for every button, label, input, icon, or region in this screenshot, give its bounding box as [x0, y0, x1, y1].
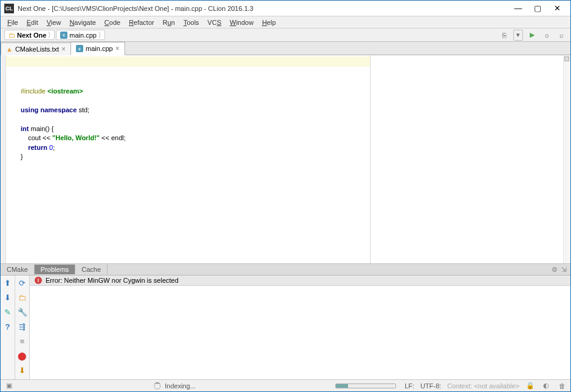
breadcrumb-project[interactable]: 🗀 Next One ⟩: [4, 30, 55, 40]
close-button[interactable]: ✕: [547, 2, 567, 15]
ide-settings-icon[interactable]: ⎘: [499, 30, 510, 41]
refresh-icon[interactable]: ⟳: [18, 278, 27, 288]
menu-code[interactable]: Code: [100, 18, 125, 27]
window-title: Next One - [C:\Users\VMS\ClionProjects\N…: [18, 5, 508, 12]
panel-tab-cmake[interactable]: CMake: [1, 265, 35, 274]
search-icon[interactable]: ⌕: [556, 30, 567, 41]
editor-content: #include <iostream> using namespace std;…: [21, 87, 370, 161]
status-encoding[interactable]: UTF-8:: [420, 382, 441, 390]
status-indexing: Indexing...: [165, 382, 196, 390]
tab-main-cpp[interactable]: c main.cpp ×: [70, 42, 125, 55]
navigation-bar: 🗀 Next One ⟩ c main.cpp ⟩ ⎘ ▾ ▶ ☼ ⌕: [1, 29, 570, 42]
lock-icon[interactable]: 🔒: [525, 381, 535, 391]
menu-help[interactable]: Help: [258, 18, 280, 27]
window: CL Next One - [C:\Users\VMS\ClionProject…: [0, 0, 571, 392]
panel-toolbar-1: ⬆ ⬇ ✎ ?: [1, 275, 15, 379]
editor-right-pane: [371, 55, 563, 263]
folder-icon[interactable]: 🗀: [18, 292, 27, 302]
tab-label: main.cpp: [86, 45, 113, 52]
code-editor[interactable]: #include <iostream> using namespace std;…: [6, 55, 370, 263]
tab-label: CMakeLists.txt: [15, 46, 59, 53]
title-bar: CL Next One - [C:\Users\VMS\ClionProject…: [1, 1, 570, 16]
edit-icon[interactable]: ✎: [3, 307, 13, 317]
run-config-dropdown[interactable]: ▾: [513, 30, 523, 41]
breadcrumb-file[interactable]: c main.cpp ⟩: [56, 30, 105, 40]
editor-area: #include <iostream> using namespace std;…: [1, 55, 570, 264]
trash-icon[interactable]: 🗑: [557, 381, 567, 391]
maximize-button[interactable]: ▢: [528, 2, 547, 15]
error-text: Error: Neither MinGW nor Cygwin is selec…: [46, 277, 179, 284]
panel-tab-problems[interactable]: Problems: [35, 265, 75, 274]
down-icon[interactable]: ⬇: [3, 292, 13, 302]
filter-icon[interactable]: ⇶: [18, 322, 27, 331]
tool-window-tabs: CMake Problems Cache ⚙ ⇲: [1, 264, 570, 275]
spinner-icon: [154, 382, 161, 390]
help-icon[interactable]: ?: [3, 322, 13, 331]
breadcrumb-label: Next One: [17, 32, 46, 39]
panel-tab-cache[interactable]: Cache: [75, 265, 108, 274]
nav-toolbar: ⎘ ▾ ▶ ☼ ⌕: [499, 30, 567, 41]
breadcrumb-label: main.cpp: [69, 32, 97, 39]
menu-run[interactable]: Run: [159, 18, 179, 27]
folder-icon: 🗀: [9, 32, 15, 39]
panel-content: ! Error: Neither MinGW nor Cygwin is sel…: [30, 275, 570, 379]
debug-button[interactable]: ☼: [541, 30, 552, 41]
menu-tools[interactable]: Tools: [179, 18, 203, 27]
download-icon[interactable]: ⬇: [18, 365, 27, 375]
inspect-icon[interactable]: ◐: [541, 381, 551, 391]
close-icon[interactable]: ×: [61, 45, 66, 53]
stop-icon[interactable]: ⬤: [18, 351, 27, 360]
hide-icon[interactable]: ⇲: [561, 266, 567, 274]
minimize-button[interactable]: —: [508, 2, 528, 15]
panel-body: ⬆ ⬇ ✎ ? ⟳ 🗀 🔧 ⇶ ≡ ⬤ ⬇ ! Error: Neither M…: [1, 275, 570, 379]
status-right: LF: UTF-8: Context: <not available> 🔒 ◐ …: [405, 381, 567, 391]
collapse-icon[interactable]: ≡: [18, 336, 27, 346]
close-icon[interactable]: ×: [115, 44, 120, 53]
tab-cmakelists[interactable]: ▲ CMakeLists.txt ×: [1, 42, 71, 55]
status-lf[interactable]: LF:: [405, 382, 414, 390]
up-icon[interactable]: ⬆: [3, 278, 13, 288]
warning-icon: ▲: [6, 46, 13, 53]
status-bar: ▣ Indexing... LF: UTF-8: Context: <not a…: [1, 379, 570, 391]
inspection-indicator[interactable]: [564, 56, 569, 61]
status-center: Indexing...: [22, 382, 327, 390]
menu-view[interactable]: View: [43, 18, 66, 27]
menu-window[interactable]: Window: [225, 18, 258, 27]
cpp-icon: c: [60, 32, 67, 39]
run-button[interactable]: ▶: [527, 30, 538, 41]
panel-tab-actions: ⚙ ⇲: [552, 266, 570, 274]
gutter[interactable]: [1, 55, 6, 263]
menu-bar: File Edit View Navigate Code Refactor Ru…: [1, 16, 570, 29]
editor-marker-bar[interactable]: [563, 55, 570, 263]
chevron-icon: ⟩: [98, 31, 101, 39]
error-icon: !: [35, 277, 42, 284]
menu-navigate[interactable]: Navigate: [65, 18, 100, 27]
tool-icon[interactable]: 🔧: [18, 307, 27, 317]
chevron-icon: ⟩: [48, 31, 50, 39]
menu-refactor[interactable]: Refactor: [125, 18, 159, 27]
current-line-highlight: [6, 56, 370, 67]
app-icon: CL: [4, 4, 14, 13]
status-context[interactable]: Context: <not available>: [447, 382, 519, 390]
menu-file[interactable]: File: [3, 18, 22, 27]
cpp-icon: c: [76, 45, 83, 52]
gear-icon[interactable]: ⚙: [552, 266, 558, 274]
window-controls: — ▢ ✕: [508, 2, 567, 15]
menu-edit[interactable]: Edit: [22, 18, 43, 27]
panel-toolbar-2: ⟳ 🗀 🔧 ⇶ ≡ ⬤ ⬇: [15, 275, 30, 379]
error-row[interactable]: ! Error: Neither MinGW nor Cygwin is sel…: [30, 275, 570, 286]
tool-window: CMake Problems Cache ⚙ ⇲ ⬆ ⬇ ✎ ? ⟳ 🗀 🔧 ⇶…: [1, 264, 570, 379]
editor-tab-bar: ▲ CMakeLists.txt × c main.cpp ×: [1, 42, 570, 55]
progress-bar[interactable]: [335, 384, 396, 388]
toolwindow-toggle-icon[interactable]: ▣: [4, 381, 14, 391]
menu-vcs[interactable]: VCS: [203, 18, 226, 27]
